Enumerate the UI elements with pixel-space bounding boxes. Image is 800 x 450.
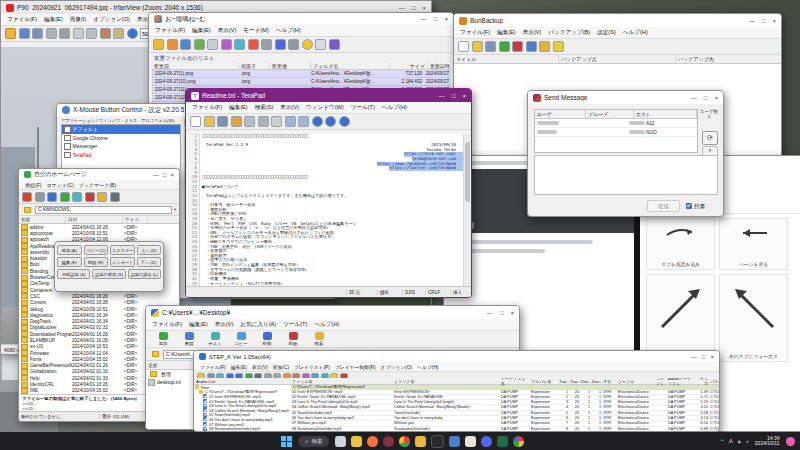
gesture-card-reload[interactable]: タブを再読み込み [646,218,715,270]
user-row[interactable]: NUO [535,128,697,137]
track-checkbox[interactable] [203,417,207,421]
renamer-row[interactable]: 2024-09-27(10).png.pngC:¥Users¥mo…¥Deskt… [153,78,449,86]
maximize-icon[interactable]: □ [702,354,706,360]
pinwheel-icon[interactable] [513,436,524,447]
menu-item[interactable]: ファイル(F) [155,27,185,35]
close-icon[interactable]: × [462,93,466,99]
settings-icon[interactable] [275,39,286,50]
menu-item[interactable]: ツール(T) [283,321,307,329]
menu-item[interactable]: モード(M) [243,27,268,35]
track-row[interactable]: 08 Sunahama(Interlude).mp3Sunahama(Inter… [291,427,719,431]
check-icon[interactable] [526,41,537,52]
maximize-icon[interactable]: □ [500,310,504,316]
bunbackup-titlebar[interactable]: BunBackup —□× [454,14,781,27]
close-icon[interactable]: × [170,172,174,178]
profile-checkbox[interactable] [64,143,71,150]
open-folder-icon[interactable] [5,28,16,39]
dialog-button[interactable]: 下へ (D) [137,257,162,267]
slideshow-icon[interactable] [19,28,30,39]
playlist-label[interactable]: Audio List [194,378,291,385]
mail-icon[interactable] [383,436,394,447]
maximize-icon[interactable]: □ [163,172,167,178]
minimize-icon[interactable]: — [399,5,405,11]
tray-chevron-icon[interactable]: ⌃ [720,438,725,445]
minimize-icon[interactable]: — [153,172,159,178]
track-checkbox[interactable] [203,404,207,408]
tool-move[interactable]: 移動 [254,332,280,346]
connect-icon[interactable] [22,192,32,202]
menu-item[interactable]: お気に入り(A) [240,321,276,329]
tool-extract[interactable]: 展開 [176,332,202,346]
menu-item[interactable]: オプション(O) [93,16,130,24]
profile-item[interactable]: Google Chrome [62,134,180,143]
gesture-card-focus-right[interactable]: 右のタブにフォーカス [646,274,715,362]
save-icon[interactable] [217,116,228,127]
stepk-grid-header[interactable]: ファイル名トラック名アーティスト名アルバム名Trac...Trac...Disc… [291,378,719,385]
menu-item[interactable]: 編集(E) [231,364,247,370]
track-checkbox[interactable] [203,394,207,398]
ime-indicator[interactable]: A [729,438,733,444]
tool-search[interactable]: 検索 [306,332,332,346]
menu-item[interactable]: ヘルプ(H) [314,321,339,329]
explzh-titlebar[interactable]: C:¥Users¥…¥Desktop¥ —□× [146,306,519,319]
paste-icon[interactable] [271,116,282,127]
minus-icon[interactable] [73,28,84,39]
profile-checkbox[interactable] [64,152,71,159]
user-row[interactable]: A12 [535,119,697,128]
folder-icon[interactable] [351,436,362,447]
clear-list-icon[interactable] [221,39,232,50]
menu-item[interactable]: ブックマーク(B) [79,182,116,188]
firefox-icon[interactable] [367,436,378,447]
minimize-icon[interactable]: — [421,16,427,22]
tray-clock[interactable]: 14:34 2024/10/11 [755,436,780,447]
profile-item[interactable]: デフォルト [62,125,180,134]
menu-item[interactable]: コマンド(C) [46,182,73,188]
dialog-button[interactable]: 外部設定 (S) [57,269,90,279]
minimize-icon[interactable]: — [487,310,493,316]
network-icon[interactable]: ▲ [737,438,742,444]
tool-test[interactable]: テスト [202,332,228,346]
menu-item[interactable]: 編集(E) [189,321,208,329]
menu-item[interactable]: ファイル(F) [192,104,222,112]
download-icon[interactable] [47,192,57,202]
dialog-button[interactable]: インポート (I) [110,257,135,267]
close-icon[interactable]: × [710,354,714,360]
menu-item[interactable]: 表示(V) [218,27,237,35]
menu-item[interactable]: 表示(V) [523,29,542,37]
gesture-card-focus-left[interactable]: 左のタブにフォーカス [719,274,788,362]
smile-icon[interactable] [302,39,313,50]
maximize-icon[interactable]: □ [412,5,416,11]
maximize-icon[interactable]: □ [704,95,708,101]
task-view-icon[interactable] [335,436,346,447]
chrome-icon[interactable] [399,436,410,447]
maximize-icon[interactable]: □ [434,16,438,22]
stop-icon[interactable] [261,39,272,50]
tool-add[interactable]: 追加 [150,332,176,346]
close-icon[interactable]: × [772,18,776,24]
refresh-button[interactable]: ⟳ [702,131,718,145]
dialog-button[interactable]: コピー (C) [84,245,109,255]
undo-icon[interactable] [153,39,164,50]
path-dropdown-arrow[interactable]: ▾ [174,207,176,212]
refresh-icon[interactable] [234,39,245,50]
menu-item[interactable]: 設定(S) [597,29,616,37]
menu-item[interactable]: 編集(E) [192,27,211,35]
save-icon[interactable] [32,28,43,39]
stop-icon[interactable] [110,192,120,202]
renamer-titlebar[interactable]: お~瑠璃ね~む —□× [149,13,453,25]
paste-icon[interactable] [100,28,111,39]
menu-item[interactable]: 画像(I) [70,16,86,24]
seal-checkbox[interactable] [686,203,692,209]
search-icon[interactable] [312,116,323,127]
terminal-icon[interactable] [431,435,444,448]
menu-item[interactable]: 編集(E) [497,29,516,37]
menu-item[interactable]: ヘルプ(H) [382,104,407,112]
redo-icon[interactable] [167,39,178,50]
photos-icon[interactable] [449,436,460,447]
dialog-button[interactable]: 追加 (A) [57,245,82,255]
delete-icon[interactable] [59,28,70,39]
delete-icon[interactable] [85,192,95,202]
menu-item[interactable]: 表示(V) [252,364,268,370]
menu-item[interactable]: オプション(O) [381,364,412,370]
terapad-editor[interactable]: 1 □□□□□□□□□□□□□□□□□□□□□□□□□□□□□□□□□□□□□□… [186,134,464,287]
